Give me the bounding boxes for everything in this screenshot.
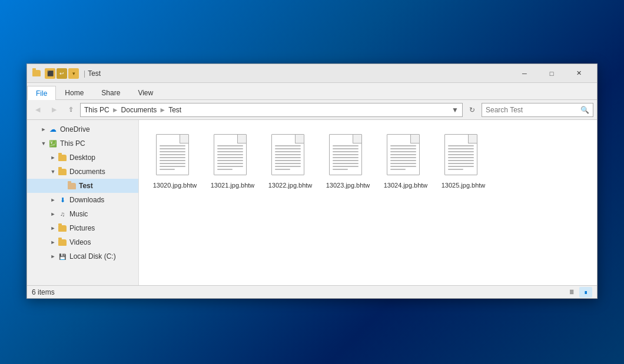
sidebar-label-pictures: Pictures: [69, 224, 95, 232]
sidebar-label-music: Music: [69, 210, 88, 218]
sidebar-label-documents: Documents: [69, 168, 105, 176]
sidebar: ► ☁ OneDrive ▼ 💹 This PC ► Deskt: [27, 120, 139, 285]
forward-button[interactable]: ▶: [47, 103, 61, 117]
maximize-button[interactable]: □: [538, 64, 565, 83]
file-name: 13021.jpg.bhtw: [211, 181, 255, 189]
test-folder-icon: [67, 181, 77, 191]
sidebar-label-desktop: Desktop: [69, 153, 95, 162]
doc-icon-shape: [444, 134, 477, 175]
breadcrumb-this-pc[interactable]: This PC: [84, 106, 109, 114]
back-button[interactable]: ◀: [31, 103, 45, 117]
title-bar: ⬛ ↩ ▾ | Test ─ □ ✕: [27, 64, 597, 83]
file-icon: [271, 134, 309, 179]
qa-down-btn[interactable]: ▾: [68, 68, 79, 79]
sidebar-item-music[interactable]: ► ♫ Music: [27, 207, 138, 221]
expand-arrow-documents[interactable]: ▼: [48, 167, 58, 176]
expand-arrow-videos[interactable]: ►: [48, 238, 58, 247]
tab-share[interactable]: Share: [92, 85, 129, 99]
sidebar-item-onedrive[interactable]: ► ☁ OneDrive: [27, 122, 138, 136]
expand-arrow-this-pc[interactable]: ▼: [39, 139, 48, 148]
file-item[interactable]: 13024.jpg.bhtw: [379, 129, 432, 194]
sidebar-item-documents[interactable]: ▼ Documents: [27, 165, 138, 179]
file-area: 13020.jpg.bhtw13021.jpg.bhtw13022.jpg.bh…: [139, 120, 597, 285]
window-title: Test: [88, 69, 511, 78]
sidebar-item-downloads[interactable]: ► ⬇ Downloads: [27, 193, 138, 207]
sidebar-label-test: Test: [79, 182, 93, 190]
breadcrumb-test[interactable]: Test: [168, 106, 181, 114]
breadcrumb-sep-2: ►: [159, 106, 166, 114]
breadcrumb-bar: This PC ► Documents ► Test ▼: [80, 103, 463, 117]
file-item[interactable]: 13025.jpg.bhtw: [437, 129, 490, 194]
tab-view[interactable]: View: [129, 85, 162, 99]
pc-icon: 💹: [48, 139, 58, 148]
file-item[interactable]: 13022.jpg.bhtw: [264, 129, 317, 194]
status-bar: 6 items ≣ ∎: [27, 285, 597, 298]
view-tiles-btn[interactable]: ∎: [579, 287, 592, 298]
pictures-folder-icon: [58, 223, 67, 233]
disk-icon: 💾: [58, 252, 67, 261]
search-icon[interactable]: 🔍: [580, 106, 589, 114]
file-name: 13020.jpg.bhtw: [153, 181, 197, 189]
doc-icon-shape: [329, 134, 362, 175]
file-icon: [156, 134, 194, 179]
breadcrumb-sep-1: ►: [112, 106, 119, 114]
sidebar-item-pictures[interactable]: ► Pictures: [27, 221, 138, 235]
status-item-count: 6 items: [32, 288, 565, 296]
onedrive-icon: ☁: [48, 125, 58, 134]
file-icon: [444, 134, 482, 179]
refresh-button[interactable]: ↻: [465, 103, 479, 117]
file-name: 13023.jpg.bhtw: [326, 181, 370, 189]
tab-home[interactable]: Home: [56, 85, 92, 99]
expand-arrow-downloads[interactable]: ►: [48, 195, 58, 205]
breadcrumb-dropdown[interactable]: ▼: [452, 106, 459, 114]
window-icon: [32, 69, 41, 78]
sidebar-label-videos: Videos: [69, 238, 91, 246]
expand-arrow-pictures[interactable]: ►: [48, 223, 58, 233]
desktop-folder-icon: [58, 153, 67, 162]
file-icon: [329, 134, 367, 179]
main-content: ► ☁ OneDrive ▼ 💹 This PC ► Deskt: [27, 120, 597, 285]
explorer-window: ⬛ ↩ ▾ | Test ─ □ ✕ File Home Share View …: [26, 64, 598, 299]
sidebar-item-desktop[interactable]: ► Desktop: [27, 151, 138, 165]
sidebar-label-this-pc: This PC: [60, 139, 85, 148]
search-input[interactable]: [486, 106, 578, 114]
expand-arrow-music[interactable]: ►: [48, 209, 58, 219]
music-icon: ♫: [58, 209, 67, 219]
sidebar-item-videos[interactable]: ► Videos: [27, 235, 138, 249]
address-bar: ◀ ▶ ⇧ This PC ► Documents ► Test ▼ ↻ 🔍: [27, 100, 597, 120]
qa-properties-btn[interactable]: ⬛: [45, 68, 55, 79]
search-box[interactable]: 🔍: [482, 103, 593, 117]
file-icon: [387, 134, 424, 179]
quick-access-toolbar: ⬛ ↩ ▾: [45, 68, 79, 79]
sidebar-label-downloads: Downloads: [69, 196, 104, 204]
ribbon-tab-bar: File Home Share View: [27, 83, 597, 99]
sidebar-label-onedrive: OneDrive: [60, 125, 90, 133]
file-item[interactable]: 13021.jpg.bhtw: [206, 129, 259, 194]
sidebar-item-local-disk[interactable]: ► 💾 Local Disk (C:): [27, 249, 138, 263]
expand-arrow-onedrive[interactable]: ►: [39, 125, 48, 134]
breadcrumb-documents[interactable]: Documents: [121, 106, 157, 114]
videos-folder-icon: [58, 238, 67, 247]
title-separator: |: [84, 69, 85, 78]
up-button[interactable]: ⇧: [64, 103, 78, 117]
doc-icon-shape: [271, 134, 304, 175]
minimize-button[interactable]: ─: [511, 64, 538, 83]
downloads-icon: ⬇: [58, 195, 67, 205]
view-details-btn[interactable]: ≣: [565, 287, 578, 298]
expand-arrow-desktop[interactable]: ►: [48, 153, 58, 162]
file-name: 13022.jpg.bhtw: [268, 181, 313, 189]
file-item[interactable]: 13020.jpg.bhtw: [148, 129, 201, 194]
documents-folder-icon: [58, 167, 67, 176]
qa-undo-btn[interactable]: ↩: [57, 68, 67, 79]
ribbon: File Home Share View: [27, 83, 597, 100]
close-button[interactable]: ✕: [565, 64, 592, 83]
expand-arrow-local-disk[interactable]: ►: [48, 252, 58, 261]
tab-file[interactable]: File: [27, 86, 56, 100]
view-buttons: ≣ ∎: [565, 287, 592, 298]
sidebar-item-test[interactable]: Test: [27, 179, 138, 193]
file-name: 13025.jpg.bhtw: [442, 181, 486, 189]
sidebar-item-this-pc[interactable]: ▼ 💹 This PC: [27, 136, 138, 151]
window-controls: ─ □ ✕: [511, 64, 592, 83]
sidebar-label-local-disk: Local Disk (C:): [69, 252, 116, 261]
file-item[interactable]: 13023.jpg.bhtw: [321, 129, 374, 194]
